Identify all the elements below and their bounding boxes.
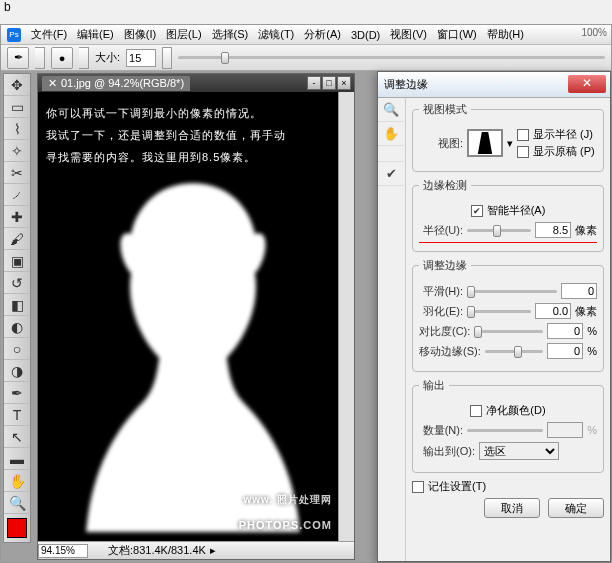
radius-input[interactable] [535, 222, 571, 238]
docsize-dropdown-icon[interactable]: ▸ [210, 544, 216, 557]
tool-preset-dropdown[interactable] [35, 47, 45, 69]
tool-heal[interactable]: ✚ [4, 206, 30, 228]
silhouette-mask [78, 172, 308, 532]
radius-label: 半径(U): [419, 223, 463, 238]
remember-checkbox[interactable] [412, 481, 424, 493]
menu-file[interactable]: 文件(F) [27, 25, 71, 44]
doc-maximize-icon[interactable]: □ [322, 76, 336, 90]
stray-letter: b [4, 0, 11, 14]
view-mode-group: 视图模式 视图: ▾ 显示半径 (J) 显示原稿 (P) [412, 102, 604, 172]
smart-radius-checkbox[interactable]: ✔ [471, 205, 483, 217]
tool-dodge[interactable]: ◑ [4, 360, 30, 382]
tool-path[interactable]: ↖ [4, 426, 30, 448]
doc-close-btn-icon[interactable]: × [337, 76, 351, 90]
dlg-hand-tool[interactable]: ✋ [378, 122, 404, 146]
shift-unit: % [587, 345, 597, 357]
brush-dropdown[interactable] [79, 47, 89, 69]
feather-input[interactable] [535, 303, 571, 319]
current-tool-icon[interactable]: ✒ [7, 47, 29, 69]
output-legend: 输出 [419, 378, 449, 393]
shift-input[interactable] [547, 343, 583, 359]
amount-input [547, 422, 583, 438]
watermark: www. 照片处理网 PHOTOPS.COM [239, 493, 332, 535]
output-to-label: 输出到(O): [419, 444, 475, 459]
amount-unit: % [587, 424, 597, 436]
menu-image[interactable]: 图像(I) [120, 25, 160, 44]
tool-eraser[interactable]: ◧ [4, 294, 30, 316]
dlg-zoom-tool[interactable]: 🔍 [378, 98, 404, 122]
menu-window[interactable]: 窗口(W) [433, 25, 481, 44]
tool-brush[interactable]: 🖌 [4, 228, 30, 250]
menu-select[interactable]: 选择(S) [208, 25, 253, 44]
menu-layer[interactable]: 图层(L) [162, 25, 205, 44]
tutorial-text: 你可以再试一下调到最小的像素的情况。 我试了一下，还是调整到合适的数值，再手动 … [46, 102, 330, 168]
tool-lasso[interactable]: ⌇ [4, 118, 30, 140]
contrast-slider[interactable] [474, 330, 543, 333]
shift-slider[interactable] [485, 350, 543, 353]
edge-legend: 边缘检测 [419, 178, 471, 193]
options-bar: ✒ ● 大小: 100% [1, 45, 611, 71]
tool-move[interactable]: ✥ [4, 74, 30, 96]
doc-tab-title: 01.jpg @ 94.2%(RGB/8*) [61, 77, 184, 89]
canvas[interactable]: 你可以再试一下调到最小的像素的情况。 我试了一下，还是调整到合适的数值，再手动 … [38, 92, 338, 541]
show-original-label: 显示原稿 (P) [533, 144, 595, 159]
view-thumb-button[interactable] [467, 129, 503, 157]
size-stepper[interactable] [162, 47, 172, 69]
decontaminate-checkbox[interactable] [470, 405, 482, 417]
tool-shape[interactable]: ▬ [4, 448, 30, 470]
zoom-input[interactable] [38, 544, 88, 558]
tool-zoom[interactable]: 🔍 [4, 492, 30, 514]
tool-stamp[interactable]: ▣ [4, 250, 30, 272]
view-dropdown-icon[interactable]: ▾ [507, 137, 513, 150]
foreground-swatch[interactable] [7, 518, 27, 538]
menu-view[interactable]: 视图(V) [386, 25, 431, 44]
contrast-label: 对比度(C): [419, 324, 470, 339]
tool-marquee[interactable]: ▭ [4, 96, 30, 118]
menu-help[interactable]: 帮助(H) [483, 25, 528, 44]
tool-eyedropper[interactable]: ⟋ [4, 184, 30, 206]
photoshop-window: Ps 文件(F) 编辑(E) 图像(I) 图层(L) 选择(S) 滤镜(T) 分… [0, 24, 612, 563]
show-original-checkbox[interactable] [517, 146, 529, 158]
document-window: ✕ 01.jpg @ 94.2%(RGB/8*) - □ × 你可以再试一下调到… [37, 73, 355, 560]
smart-radius-label: 智能半径(A) [487, 203, 546, 218]
menu-analysis[interactable]: 分析(A) [300, 25, 345, 44]
tool-blur[interactable]: ○ [4, 338, 30, 360]
brush-size-input[interactable] [126, 49, 156, 67]
tool-gradient[interactable]: ◐ [4, 316, 30, 338]
adjust-edge-group: 调整边缘 平滑(H): 羽化(E):像素 对比度(C):% 移动边缘(S):% [412, 258, 604, 372]
show-radius-label: 显示半径 (J) [533, 127, 593, 142]
tool-pen[interactable]: ✒ [4, 382, 30, 404]
tool-crop[interactable]: ✂ [4, 162, 30, 184]
tool-history[interactable]: ↺ [4, 272, 30, 294]
document-tab[interactable]: ✕ 01.jpg @ 94.2%(RGB/8*) [42, 76, 190, 91]
doc-minimize-icon[interactable]: - [307, 76, 321, 90]
dialog-toolstrip: 🔍 ✋ ✔ [378, 98, 406, 561]
menu-filter[interactable]: 滤镜(T) [254, 25, 298, 44]
tool-type[interactable]: T [4, 404, 30, 426]
show-radius-checkbox[interactable] [517, 129, 529, 141]
feather-label: 羽化(E): [419, 304, 463, 319]
cancel-button[interactable]: 取消 [484, 498, 540, 518]
vertical-scrollbar[interactable] [338, 92, 354, 541]
radius-unit: 像素 [575, 223, 597, 238]
tool-wand[interactable]: ✧ [4, 140, 30, 162]
size-slider[interactable] [178, 56, 605, 59]
dialog-close-button[interactable]: ✕ [568, 75, 606, 93]
red-underline [419, 242, 597, 243]
dialog-titlebar[interactable]: 调整边缘 ✕ [378, 72, 610, 98]
dlg-refine-brush-tool[interactable]: ✔ [378, 162, 404, 186]
menu-3d[interactable]: 3D(D) [347, 27, 384, 43]
doc-close-icon[interactable]: ✕ [48, 77, 57, 90]
contrast-input[interactable] [547, 323, 583, 339]
radius-slider[interactable] [467, 229, 531, 232]
contrast-unit: % [587, 325, 597, 337]
ok-button[interactable]: 确定 [548, 498, 604, 518]
smooth-slider[interactable] [467, 290, 557, 293]
menu-edit[interactable]: 编辑(E) [73, 25, 118, 44]
brush-preview-icon[interactable]: ● [51, 47, 73, 69]
tool-hand[interactable]: ✋ [4, 470, 30, 492]
feather-slider[interactable] [467, 310, 531, 313]
decontaminate-label: 净化颜色(D) [486, 403, 545, 418]
smooth-input[interactable] [561, 283, 597, 299]
output-to-select[interactable]: 选区 [479, 442, 559, 460]
